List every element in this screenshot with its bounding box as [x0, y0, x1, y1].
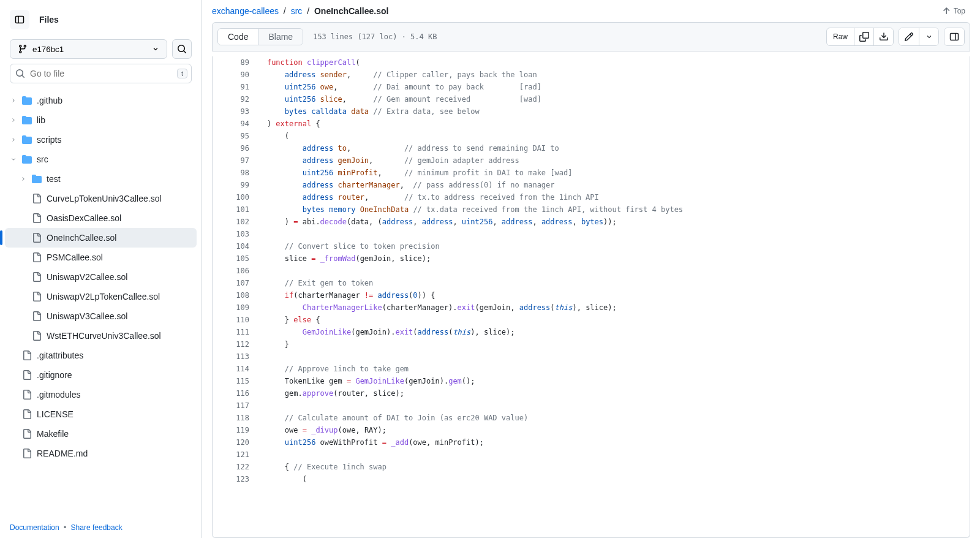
code-line[interactable]: slice = _fromWad(gemJoin, slice);	[249, 252, 970, 265]
code-line[interactable]: }	[249, 338, 970, 350]
code-line[interactable]	[249, 228, 970, 240]
code-line[interactable]: (	[249, 473, 970, 485]
code-line[interactable]: ) = abi.decode(data, (address, address, …	[249, 216, 970, 228]
raw-button[interactable]: Raw	[827, 28, 854, 45]
line-number[interactable]: 101	[213, 203, 249, 216]
line-number[interactable]: 108	[213, 289, 249, 301]
breadcrumb-root[interactable]: exchange-callees	[212, 6, 279, 16]
code-line[interactable]: function clipperCall(	[249, 56, 970, 69]
code-view[interactable]: 89 function clipperCall(90 address sende…	[212, 56, 970, 538]
code-line[interactable]: bytes calldata data // Extra data, see b…	[249, 105, 970, 118]
code-line[interactable]: if(charterManager != address(0)) {	[249, 289, 970, 301]
share-feedback-link[interactable]: Share feedback	[71, 523, 123, 532]
code-line[interactable]	[249, 265, 970, 277]
line-number[interactable]: 118	[213, 412, 249, 424]
line-number[interactable]: 104	[213, 240, 249, 252]
code-line[interactable]: uint256 oweWithProfit = _add(owe, minPro…	[249, 436, 970, 449]
line-number[interactable]: 110	[213, 314, 249, 326]
line-number[interactable]: 114	[213, 363, 249, 375]
tree-file[interactable]: .gitignore	[5, 365, 197, 385]
line-number[interactable]: 109	[213, 301, 249, 314]
line-number[interactable]: 105	[213, 252, 249, 265]
line-number[interactable]: 90	[213, 69, 249, 81]
code-line[interactable]	[249, 400, 970, 412]
code-line[interactable]: ) external {	[249, 118, 970, 130]
line-number[interactable]: 107	[213, 277, 249, 289]
line-number[interactable]: 120	[213, 436, 249, 449]
line-number[interactable]: 97	[213, 154, 249, 167]
line-number[interactable]: 100	[213, 191, 249, 203]
line-number[interactable]: 102	[213, 216, 249, 228]
edit-button[interactable]	[899, 28, 919, 45]
download-button[interactable]	[873, 28, 893, 45]
code-line[interactable]: address gemJoin, // gemJoin adapter addr…	[249, 154, 970, 167]
tree-file[interactable]: Makefile	[5, 424, 197, 444]
line-number[interactable]: 98	[213, 167, 249, 179]
line-number[interactable]: 91	[213, 81, 249, 93]
code-line[interactable]: } else {	[249, 314, 970, 326]
scroll-top-button[interactable]: Top	[941, 6, 965, 16]
search-commits-button[interactable]	[172, 39, 192, 59]
tree-file[interactable]: WstETHCurveUniv3Callee.sol	[5, 326, 197, 346]
tab-code[interactable]: Code	[218, 29, 258, 45]
line-number[interactable]: 121	[213, 449, 249, 461]
code-line[interactable]: gem.approve(router, slice);	[249, 387, 970, 400]
copy-button[interactable]	[854, 28, 873, 45]
line-number[interactable]: 99	[213, 179, 249, 191]
line-number[interactable]: 122	[213, 461, 249, 473]
tree-file[interactable]: README.md	[5, 444, 197, 463]
line-number[interactable]: 93	[213, 105, 249, 118]
code-line[interactable]: CharterManagerLike(charterManager).exit(…	[249, 301, 970, 314]
edit-dropdown-button[interactable]	[919, 28, 938, 45]
code-line[interactable]: address charterManager, // pass address(…	[249, 179, 970, 191]
line-number[interactable]: 96	[213, 142, 249, 154]
code-line[interactable]: // Approve 1inch to take gem	[249, 363, 970, 375]
line-number[interactable]: 89	[213, 56, 249, 69]
line-number[interactable]: 111	[213, 326, 249, 338]
tree-file[interactable]: PSMCallee.sol	[5, 248, 197, 267]
tree-folder[interactable]: lib	[5, 110, 197, 130]
tree-file[interactable]: LICENSE	[5, 404, 197, 424]
tree-folder[interactable]: test	[5, 169, 197, 189]
code-line[interactable]: uint256 slice, // Gem amount received [w…	[249, 93, 970, 105]
line-number[interactable]: 115	[213, 375, 249, 387]
line-number[interactable]: 116	[213, 387, 249, 400]
branch-select[interactable]: e176bc1	[10, 39, 167, 59]
code-line[interactable]: uint256 owe, // Dai amount to pay back […	[249, 81, 970, 93]
line-number[interactable]: 94	[213, 118, 249, 130]
code-line[interactable]	[249, 350, 970, 363]
code-line[interactable]: owe = _divup(owe, RAY);	[249, 424, 970, 436]
code-line[interactable]: GemJoinLike(gemJoin).exit(address(this),…	[249, 326, 970, 338]
tree-file[interactable]: UniswapV2LpTokenCallee.sol	[5, 287, 197, 306]
tree-file[interactable]: OasisDexCallee.sol	[5, 208, 197, 228]
tree-file[interactable]: OneInchCallee.sol	[5, 228, 197, 248]
code-line[interactable]: // Convert slice to token precision	[249, 240, 970, 252]
breadcrumb-part[interactable]: src	[291, 6, 303, 16]
code-line[interactable]: { // Execute 1inch swap	[249, 461, 970, 473]
line-number[interactable]: 113	[213, 350, 249, 363]
line-number[interactable]: 103	[213, 228, 249, 240]
tree-file[interactable]: .gitmodules	[5, 385, 197, 404]
tree-file[interactable]: UniswapV3Callee.sol	[5, 306, 197, 326]
line-number[interactable]: 92	[213, 93, 249, 105]
line-number[interactable]: 106	[213, 265, 249, 277]
collapse-sidebar-button[interactable]	[10, 10, 29, 29]
file-search-input[interactable]	[30, 69, 186, 78]
tree-folder[interactable]: .github	[5, 91, 197, 110]
code-line[interactable]: // Calculate amount of DAI to Join (as e…	[249, 412, 970, 424]
line-number[interactable]: 117	[213, 400, 249, 412]
line-number[interactable]: 119	[213, 424, 249, 436]
tree-folder[interactable]: src	[5, 150, 197, 169]
symbols-button[interactable]	[944, 28, 964, 45]
code-line[interactable]	[249, 449, 970, 461]
line-number[interactable]: 95	[213, 130, 249, 142]
tree-folder[interactable]: scripts	[5, 130, 197, 150]
code-line[interactable]: address sender, // Clipper caller, pays …	[249, 69, 970, 81]
code-line[interactable]: uint256 minProfit, // minimum profit in …	[249, 167, 970, 179]
tab-blame[interactable]: Blame	[258, 29, 303, 45]
code-line[interactable]: address router, // tx.to address receive…	[249, 191, 970, 203]
file-search-input-wrap[interactable]: t	[10, 64, 192, 83]
code-line[interactable]: bytes memory OneInchData // tx.data rece…	[249, 203, 970, 216]
code-line[interactable]: address to, // address to send remaining…	[249, 142, 970, 154]
code-line[interactable]: TokenLike gem = GemJoinLike(gemJoin).gem…	[249, 375, 970, 387]
